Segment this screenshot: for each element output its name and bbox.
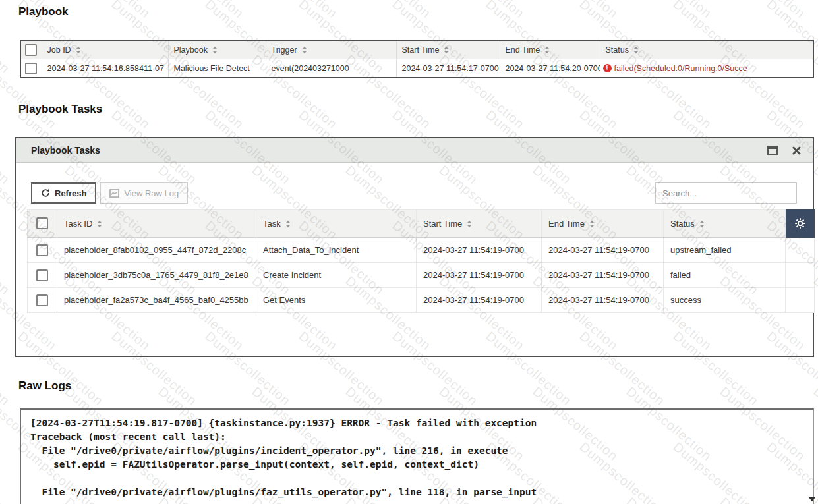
page: DumpscollectionDumpscollectionDumpscolle… (0, 0, 818, 504)
task-id-cell: placeholder_fa2a573c_ba4f_4565_baf0_4255… (57, 288, 256, 313)
row-select-cell (28, 263, 57, 288)
select-all-checkbox[interactable] (36, 217, 48, 229)
start-time-cell: 2024-03-27 11:54:17-0700 (396, 59, 500, 78)
col-status-label: Status (606, 45, 629, 55)
col-end-time-label: End Time (548, 219, 585, 229)
col-start-time[interactable]: Start Time (396, 40, 500, 59)
playbook-row[interactable]: 2024-03-27 11:54:16.858411-07 Malicious … (20, 59, 813, 78)
row-select-cell (20, 59, 42, 78)
close-icon[interactable] (789, 143, 803, 157)
panel-title: Playbook Tasks (31, 145, 756, 155)
select-all-checkbox[interactable] (25, 44, 37, 56)
task-cell: Create Incident (256, 263, 417, 288)
gear-col-cell (786, 238, 815, 263)
select-all-cell (20, 40, 42, 59)
row-checkbox[interactable] (36, 269, 48, 281)
col-playbook[interactable]: Playbook (168, 40, 266, 59)
task-row[interactable]: placeholder_3db75c0a_1765_4479_81f8_2e1e… (28, 263, 815, 288)
refresh-icon (41, 188, 50, 198)
sort-icon (589, 221, 595, 227)
col-playbook-label: Playbook (174, 45, 208, 55)
playbook-tasks-heading: Playbook Tasks (18, 103, 102, 116)
col-status[interactable]: Status (664, 210, 786, 238)
end-time-cell: 2024-03-27 11:54:19-0700 (542, 288, 664, 313)
refresh-label: Refresh (55, 188, 86, 198)
gear-col-cell (786, 263, 815, 288)
gear-col-cell (786, 288, 815, 313)
task-cell: Get Events (256, 288, 417, 313)
row-checkbox[interactable] (25, 63, 37, 74)
sort-icon (467, 221, 472, 227)
col-task-id[interactable]: Task ID (57, 210, 256, 238)
refresh-button[interactable]: Refresh (31, 182, 96, 204)
row-checkbox[interactable] (36, 294, 48, 306)
status-text: failed(Scheduled:0/Running:0/Succe (614, 64, 747, 73)
col-status-label: Status (670, 219, 695, 229)
raw-logs-box: [2024-03-27T11:54:19.817-0700] {taskinst… (20, 408, 814, 504)
col-task-label: Task (263, 219, 281, 229)
tasks-table-header-row: Task ID Task Start Time End Time Status (28, 210, 815, 238)
status-cell: ! failed(Scheduled:0/Running:0/Succe (600, 59, 813, 78)
start-time-cell: 2024-03-27 11:54:19-0700 (417, 263, 542, 288)
sort-icon (76, 47, 81, 53)
sort-icon (633, 47, 639, 53)
sort-icon (285, 221, 291, 227)
sort-icon (212, 47, 218, 53)
end-time-cell: 2024-03-27 11:54:19-0700 (542, 238, 664, 263)
status-cell: success (664, 288, 786, 313)
end-time-cell: 2024-03-27 11:54:20-0700 (500, 59, 600, 78)
job-id-cell: 2024-03-27 11:54:16.858411-07 (42, 59, 168, 78)
search-input[interactable] (655, 182, 797, 204)
col-start-time-label: Start Time (423, 219, 462, 229)
task-row[interactable]: placeholder_8fab0102_0955_447f_872d_2208… (28, 238, 815, 263)
row-checkbox[interactable] (36, 244, 48, 256)
col-trigger-label: Trigger (272, 45, 297, 55)
task-id-cell: placeholder_3db75c0a_1765_4479_81f8_2e1e… (57, 263, 256, 288)
row-select-cell (28, 238, 57, 263)
playbook-heading: Playbook (18, 5, 69, 18)
view-raw-log-icon (109, 189, 119, 198)
task-id-cell: placeholder_8fab0102_0955_447f_872d_2208… (57, 238, 256, 263)
col-status[interactable]: Status (600, 40, 813, 59)
sort-icon (699, 221, 705, 227)
playbook-tasks-table: Task ID Task Start Time End Time Status (27, 209, 815, 313)
col-start-time[interactable]: Start Time (417, 210, 542, 238)
view-raw-log-button[interactable]: View Raw Log (100, 182, 188, 204)
col-task-id-label: Task ID (64, 219, 92, 229)
panel-toolbar: Refresh View Raw Log (31, 182, 805, 204)
status-cell: failed (664, 263, 786, 288)
sort-icon (444, 47, 449, 53)
start-time-cell: 2024-03-27 11:54:19-0700 (417, 238, 542, 263)
col-end-time[interactable]: End Time (500, 40, 600, 59)
view-raw-log-label: View Raw Log (124, 188, 179, 198)
row-select-cell (28, 288, 57, 313)
playbook-table-header-row: Job ID Playbook Trigger Start Time End T… (20, 40, 813, 59)
end-time-cell: 2024-03-27 11:54:19-0700 (542, 263, 664, 288)
col-end-time-label: End Time (506, 45, 540, 55)
task-row[interactable]: placeholder_fa2a573c_ba4f_4565_baf0_4255… (28, 288, 815, 313)
sort-icon (97, 221, 102, 227)
select-all-cell (28, 210, 57, 238)
col-task[interactable]: Task (256, 210, 417, 238)
column-settings-button[interactable] (786, 210, 815, 238)
error-icon: ! (603, 64, 612, 72)
col-end-time[interactable]: End Time (542, 210, 664, 238)
playbook-table: Job ID Playbook Trigger Start Time End T… (20, 40, 814, 78)
sort-icon (302, 47, 307, 53)
start-time-cell: 2024-03-27 11:54:19-0700 (417, 288, 542, 313)
raw-logs-text: [2024-03-27T11:54:19.817-0700] {taskinst… (21, 410, 813, 499)
trigger-cell: event(202403271000 (266, 59, 396, 78)
col-trigger[interactable]: Trigger (266, 40, 396, 59)
playbook-tasks-panel: Playbook Tasks Refresh Vie (15, 137, 814, 357)
maximize-icon[interactable] (765, 143, 780, 157)
raw-logs-heading: Raw Logs (18, 379, 71, 393)
panel-header: Playbook Tasks (16, 138, 813, 163)
playbook-cell: Malicious File Detect (168, 59, 266, 78)
status-cell: upstream_failed (664, 238, 786, 263)
col-job-id[interactable]: Job ID (42, 40, 168, 59)
gear-icon (794, 217, 806, 229)
scroll-down-icon[interactable] (808, 497, 816, 501)
col-start-time-label: Start Time (402, 45, 440, 55)
task-cell: Attach_Data_To_Incident (256, 238, 417, 263)
sort-icon (544, 47, 550, 53)
